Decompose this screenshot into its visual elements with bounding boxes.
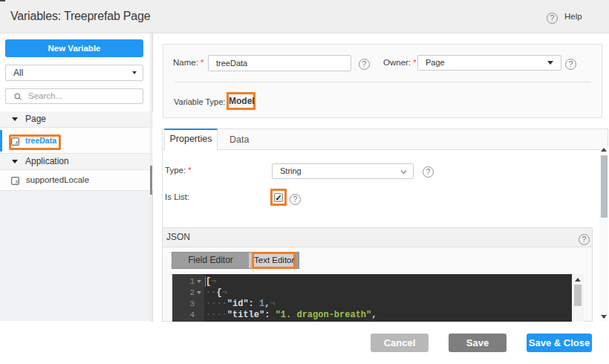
svg-text:x: x: [15, 178, 19, 185]
svg-text:x: x: [15, 139, 19, 146]
